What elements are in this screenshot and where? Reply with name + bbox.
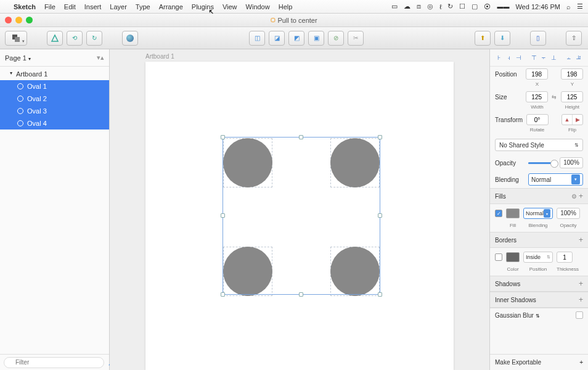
make-exportable-row[interactable]: Make Exportable + xyxy=(490,354,588,370)
lock-aspect-icon[interactable]: ⇆ xyxy=(550,94,558,100)
resize-handle-tr[interactable] xyxy=(378,135,382,139)
display-icon[interactable]: ▭ xyxy=(391,2,398,10)
fill-blend-dropdown[interactable]: Normal ▾ xyxy=(523,208,553,219)
shape-tool-button[interactable] xyxy=(122,31,138,46)
airplay-icon[interactable]: ▢ xyxy=(472,2,478,10)
flip-vertical-button[interactable]: ▶ xyxy=(573,115,582,125)
layer-item-oval4[interactable]: Oval 4 xyxy=(0,117,109,130)
menu-plugins[interactable]: Plugins xyxy=(192,3,214,10)
wifi-icon[interactable]: ⦿ xyxy=(484,3,491,10)
insert-menu-button[interactable] xyxy=(5,31,27,46)
subtract-button[interactable]: ◪ xyxy=(269,31,285,46)
add-border-button[interactable]: + xyxy=(579,236,583,244)
battery-icon[interactable]: ▬▬ xyxy=(497,3,509,10)
shared-style-dropdown[interactable]: No Shared Style ⇅ xyxy=(495,139,583,151)
window-minimize-button[interactable] xyxy=(15,17,22,23)
intersect-button[interactable]: ◩ xyxy=(288,31,304,46)
menu-window[interactable]: Window xyxy=(246,3,270,10)
distribute-h-button[interactable]: ⫠ xyxy=(565,53,573,62)
add-inner-shadow-button[interactable]: + xyxy=(579,295,583,304)
canvas-artboard-label[interactable]: Artboard 1 xyxy=(145,53,174,60)
menu-layer[interactable]: Layer xyxy=(110,3,127,10)
page-selector[interactable]: Page 1▾ ▾▴ xyxy=(0,49,109,67)
border-position-dropdown[interactable]: Inside ⇅ xyxy=(523,252,553,263)
group-button[interactable] xyxy=(47,31,63,46)
resize-handle-tl[interactable] xyxy=(221,135,225,139)
distribute-v-button[interactable]: ⫡ xyxy=(574,53,583,62)
add-fill-button[interactable]: + xyxy=(579,192,583,200)
difference-button[interactable]: ▣ xyxy=(308,31,324,46)
flip-horizontal-button[interactable]: ▲ xyxy=(562,115,573,125)
layer-filter-bar: ◢ ◯ xyxy=(0,354,109,370)
menu-file[interactable]: File xyxy=(44,3,55,10)
layer-filter-input[interactable] xyxy=(4,357,104,368)
menubar-clock[interactable]: Wed 12:46 PM xyxy=(515,3,560,10)
timemachine-icon[interactable]: ↻ xyxy=(447,2,453,10)
border-color-swatch[interactable] xyxy=(506,252,520,262)
menu-arrange[interactable]: Arrange xyxy=(159,3,183,10)
layer-item-oval3[interactable]: Oval 3 xyxy=(0,105,109,117)
window-zoom-button[interactable] xyxy=(26,17,33,23)
menu-help[interactable]: Help xyxy=(279,3,293,10)
menubar-app[interactable]: Sketch xyxy=(14,3,36,10)
chevron-updown-icon[interactable]: ⇅ xyxy=(536,313,540,319)
fills-settings-icon[interactable]: ⚙ xyxy=(571,193,577,200)
border-thickness-input[interactable] xyxy=(557,252,573,263)
align-right-button[interactable]: ⊣ xyxy=(515,53,523,62)
flatten-button[interactable]: ⊘ xyxy=(328,31,344,46)
page-list-toggle-icon[interactable]: ▾▴ xyxy=(97,54,104,62)
add-export-button[interactable]: + xyxy=(579,359,583,366)
width-input[interactable] xyxy=(526,91,548,102)
resize-handle-t[interactable] xyxy=(299,135,303,139)
layer-item-oval2[interactable]: Oval 2 xyxy=(0,92,109,105)
align-bottom-button[interactable]: ⊥ xyxy=(549,53,558,62)
forward-button[interactable]: ⬆ xyxy=(475,31,491,46)
align-v-center-button[interactable]: ⫟ xyxy=(539,53,548,62)
resize-handle-r[interactable] xyxy=(378,213,382,218)
align-left-button[interactable]: ⊦ xyxy=(495,53,504,62)
fill-opacity-input[interactable]: 100% xyxy=(557,208,580,219)
height-input[interactable] xyxy=(561,91,583,102)
position-y-input[interactable] xyxy=(561,68,583,80)
menu-edit[interactable]: Edit xyxy=(64,3,76,10)
ungroup-button[interactable]: ⟲ xyxy=(67,31,83,46)
scissors-button[interactable]: ✂ xyxy=(348,31,364,46)
rotate-input[interactable] xyxy=(526,114,549,125)
menu-type[interactable]: Type xyxy=(136,3,150,10)
layer-item-oval1[interactable]: Oval 1 xyxy=(0,80,109,92)
artboard-surface[interactable] xyxy=(145,62,454,370)
align-top-button[interactable]: ⊤ xyxy=(530,53,539,62)
export-button[interactable]: ⇧ xyxy=(566,31,582,46)
opacity-value[interactable]: 100% xyxy=(560,157,583,168)
spotlight-icon[interactable]: ⌕ xyxy=(566,3,571,10)
create-symbol-button[interactable]: ↻ xyxy=(86,31,102,46)
window-close-button[interactable] xyxy=(5,17,12,23)
fill-color-swatch[interactable] xyxy=(506,208,520,218)
mirror-button[interactable]: ▯ xyxy=(530,31,546,46)
fill-enabled-checkbox[interactable]: ✓ xyxy=(495,210,502,217)
align-h-center-button[interactable]: ⫞ xyxy=(505,53,513,62)
border-enabled-checkbox[interactable] xyxy=(495,253,502,261)
resize-handle-bl[interactable] xyxy=(221,292,225,297)
selection-bounding-box[interactable] xyxy=(223,137,380,295)
resize-handle-b[interactable] xyxy=(299,292,303,297)
resize-handle-l[interactable] xyxy=(221,213,225,218)
menu-insert[interactable]: Insert xyxy=(84,3,102,10)
messages-icon[interactable]: ☐ xyxy=(459,2,465,10)
layer-artboard[interactable]: Artboard 1 xyxy=(0,68,109,80)
gaussian-blur-checkbox[interactable] xyxy=(576,311,583,319)
resize-handle-br[interactable] xyxy=(378,292,382,297)
position-x-input[interactable] xyxy=(526,68,548,80)
canvas[interactable]: Artboard 1 xyxy=(110,49,489,370)
blending-dropdown[interactable]: Normal ▾ xyxy=(528,173,583,186)
menu-view[interactable]: View xyxy=(223,3,237,10)
notification-center-icon[interactable]: ☰ xyxy=(577,2,583,10)
cloud-icon[interactable]: ☁ xyxy=(404,2,410,10)
backblaze-icon[interactable]: ℓ xyxy=(439,3,442,10)
union-button[interactable]: ◫ xyxy=(249,31,265,46)
opacity-slider[interactable] xyxy=(528,162,556,164)
add-shadow-button[interactable]: + xyxy=(579,279,583,288)
circle-icon[interactable]: ◎ xyxy=(427,2,433,10)
backward-button[interactable]: ⬇ xyxy=(494,31,510,46)
dropbox-icon[interactable]: ⧈ xyxy=(417,2,421,10)
